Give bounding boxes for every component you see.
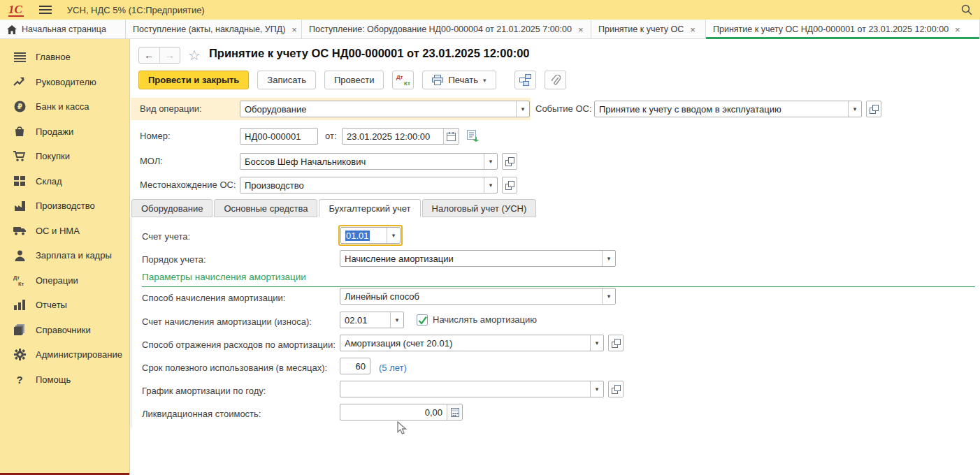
date-input[interactable]: 23.01.2025 12:00:00 <box>342 128 459 145</box>
sidebar-item-pomosch[interactable]: ? Помощь <box>0 367 129 393</box>
close-icon[interactable]: × <box>291 24 297 35</box>
sidebar-item-label: Администрирование <box>36 349 122 360</box>
sidebar-item-label: Производство <box>36 200 95 211</box>
sidebar-item-prodazhi[interactable]: Продажи <box>0 119 129 145</box>
chevron-down-icon[interactable]: ▾ <box>602 251 615 266</box>
sidebar-item-label: Главное <box>36 52 71 62</box>
form-title: Принятие к учету ОС НД00-000001 от 23.01… <box>209 43 530 64</box>
sidebar-item-rukovoditelyu[interactable]: Руководителю <box>0 70 129 95</box>
save-button[interactable]: Записать <box>257 71 316 89</box>
mol-combobox[interactable]: Боссов Шеф Начальникович ▾ <box>240 153 498 170</box>
tab-home[interactable]: Начальная страница <box>0 20 126 39</box>
person-icon <box>13 249 27 262</box>
search-icon[interactable] <box>960 3 973 16</box>
chevron-down-icon[interactable]: ▾ <box>590 335 603 351</box>
post-button[interactable]: Провести <box>324 71 384 89</box>
os-event-label: Событие ОС: <box>535 101 592 117</box>
account-combobox[interactable]: 01.01 ▾ <box>340 227 401 244</box>
chevron-down-icon[interactable]: ▾ <box>390 312 403 328</box>
useful-life-input[interactable]: 60 <box>340 358 370 374</box>
fill-document-button[interactable] <box>466 129 480 146</box>
tab-prinyatie-doc-active[interactable]: Принятие к учету ОС НД00-000001 от 23.01… <box>706 20 980 39</box>
sidebar-item-label: Зарплата и кадры <box>36 250 112 261</box>
schedule-combobox[interactable]: ▾ <box>340 381 604 397</box>
dt-kt-postings-button[interactable]: Дт Кт <box>392 71 414 89</box>
os-event-value: Принятие к учету с вводом в эксплуатацию <box>595 101 848 117</box>
tab-buhgalterskiy-uchet[interactable]: Бухгалтерский учет <box>319 199 420 217</box>
operation-type-combobox[interactable]: Оборудование ▾ <box>240 101 530 117</box>
date-value: 23.01.2025 12:00:00 <box>343 129 443 144</box>
sidebar-item-pokupki[interactable]: Покупки <box>0 144 129 169</box>
tab-label: Поступление (акты, накладные, УПД) <box>133 24 285 34</box>
sidebar-item-bank-i-kassa[interactable]: ₽ Банк и касса <box>0 94 129 119</box>
close-icon[interactable]: × <box>690 24 696 35</box>
location-open-button[interactable] <box>502 177 517 193</box>
chevron-down-icon[interactable]: ▾ <box>848 101 861 117</box>
structure-report-button[interactable] <box>514 71 536 89</box>
useful-life-label: Срок полезного использования (в месяцах)… <box>142 360 327 377</box>
attachments-button[interactable] <box>545 71 566 89</box>
tab-postuplenie-list[interactable]: Поступление (акты, накладные, УПД) × <box>126 20 302 39</box>
accrue-depreciation-label[interactable]: Начислять амортизацию <box>433 312 537 328</box>
history-nav-group: ← → <box>138 47 180 64</box>
print-label: Печать <box>448 75 478 85</box>
expense-method-label: Способ отражения расходов по амортизации… <box>142 337 336 353</box>
mol-open-button[interactable] <box>502 153 517 170</box>
sidebar-item-os-i-nma[interactable]: ОС и НМА <box>0 219 129 244</box>
tab-nalogovyy-uchet[interactable]: Налоговый учет (УСН) <box>422 199 537 217</box>
main-menu-icon[interactable] <box>39 6 52 14</box>
expense-method-open-button[interactable] <box>608 335 624 351</box>
order-combobox[interactable]: Начисление амортизации ▾ <box>340 250 616 267</box>
sidebar-item-label: Банк и касса <box>36 101 89 112</box>
sidebar-item-otchety[interactable]: Отчеты <box>0 293 129 318</box>
useful-life-hint: (5 лет) <box>379 360 407 377</box>
tab-postuplenie-doc[interactable]: Поступление: Оборудование НД00-000004 от… <box>302 20 591 39</box>
chevron-down-icon[interactable]: ▾ <box>484 154 497 169</box>
chevron-down-icon[interactable]: ▾ <box>590 381 603 397</box>
sidebar-item-sklad[interactable]: Склад <box>0 169 129 194</box>
calendar-icon[interactable] <box>443 129 459 144</box>
liquidation-value-input[interactable]: 0,00 <box>340 404 463 421</box>
tab-oborudovanie[interactable]: Оборудование <box>131 199 212 217</box>
sidebar-item-label: Покупки <box>36 151 70 161</box>
number-input[interactable]: НД00-000001 <box>240 128 318 145</box>
books-icon <box>13 323 27 336</box>
expense-method-combobox[interactable]: Амортизация (счет 20.01) ▾ <box>340 335 604 351</box>
account-value: 01.01 <box>341 228 387 243</box>
chevron-down-icon: ▾ <box>483 77 487 84</box>
sidebar-item-administrirovanie[interactable]: Администрирование <box>0 342 129 367</box>
bar-chart-icon <box>13 299 27 312</box>
method-combobox[interactable]: Линейный способ ▾ <box>340 288 616 305</box>
os-event-open-button[interactable] <box>866 101 881 117</box>
print-button[interactable]: Печать ▾ <box>422 71 496 89</box>
sidebar-item-label: Склад <box>36 176 62 187</box>
os-event-combobox[interactable]: Принятие к учету с вводом в эксплуатацию… <box>594 101 862 117</box>
warehouse-grid-icon <box>13 175 27 187</box>
post-and-close-button[interactable]: Провести и закрыть <box>138 71 249 89</box>
sidebar-item-zarplata-i-kadry[interactable]: Зарплата и кадры <box>0 243 129 268</box>
favorite-star-icon[interactable]: ☆ <box>188 46 201 64</box>
chevron-down-icon[interactable]: ▾ <box>484 177 497 193</box>
location-combobox[interactable]: Производство ▾ <box>240 177 498 193</box>
sidebar-item-proizvodstvo[interactable]: Производство <box>0 193 129 219</box>
close-icon[interactable]: × <box>955 24 960 35</box>
sidebar-item-operacii[interactable]: ДтКт Операции <box>0 268 129 293</box>
sidebar-item-spravochniki[interactable]: Справочники <box>0 318 129 343</box>
schedule-open-button[interactable] <box>608 381 624 397</box>
dt-kt-icon: Дт Кт <box>396 74 410 87</box>
accrue-depreciation-checkbox[interactable] <box>417 314 428 326</box>
forward-button[interactable]: → <box>159 48 180 63</box>
back-button[interactable]: ← <box>139 48 159 63</box>
sidebar-item-glavnoe[interactable]: Главное <box>0 45 129 70</box>
tab-osnovnye-sredstva[interactable]: Основные средства <box>214 199 317 217</box>
depreciation-account-combobox[interactable]: 02.01 ▾ <box>340 312 404 328</box>
chevron-down-icon[interactable]: ▾ <box>516 101 529 117</box>
tab-prinyatie-list[interactable]: Принятие к учету ОС × <box>591 20 706 39</box>
menu-lines-icon <box>13 51 27 64</box>
calculator-icon[interactable] <box>447 404 462 420</box>
top-bar: 1С УСН, НДС 5% (1С:Предприятие) <box>0 0 980 20</box>
tab-label: Поступление: Оборудование НД00-000004 от… <box>309 24 572 34</box>
chevron-down-icon[interactable]: ▾ <box>602 288 615 304</box>
close-icon[interactable]: × <box>578 24 584 35</box>
chevron-down-icon[interactable]: ▾ <box>387 228 400 243</box>
